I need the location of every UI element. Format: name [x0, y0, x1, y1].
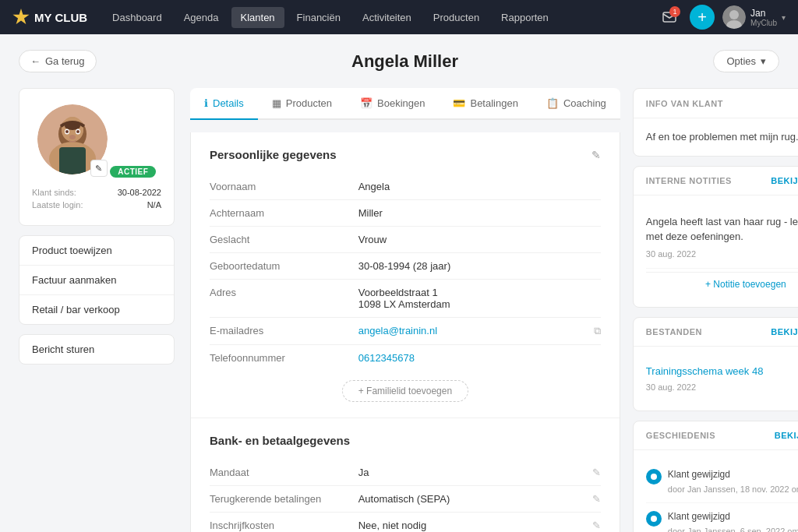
email-label: E-mailadres: [210, 318, 358, 345]
mail-button[interactable]: 1: [657, 5, 682, 30]
file-link[interactable]: Trainingsschema week 48: [646, 364, 764, 379]
edit-icon[interactable]: ✎: [592, 493, 601, 505]
add-family-button[interactable]: + Familielid toevoegen: [342, 380, 468, 402]
terugkerende-value: Automatisch (SEPA) ✎: [358, 486, 601, 513]
edit-icon[interactable]: ✎: [592, 520, 601, 531]
terugkerende-label: Terugkerende betalingen: [210, 486, 358, 513]
note-text: Angela heeft last van haar rug - let op …: [646, 214, 798, 245]
tab-details-label: Details: [213, 97, 244, 109]
history-dot: [646, 469, 662, 484]
page-title: Angela Miller: [351, 51, 458, 72]
main-content: ℹ Details ▦ Producten 📅 Boekingen 💳 Beta…: [190, 88, 620, 532]
user-info: Jan MyClub: [750, 8, 777, 27]
right-panel: INFO VAN KLANT ✎ Af en toe problemen met…: [633, 88, 798, 532]
mandaat-value: Ja ✎: [358, 460, 601, 486]
bekijk-alles-notities-button[interactable]: BEKIJK ALLES >: [771, 176, 798, 185]
tab-betalingen-label: Betalingen: [470, 97, 517, 109]
edit-icon[interactable]: ✎: [592, 467, 601, 478]
chevron-down-icon: ▾: [761, 55, 766, 67]
inschrijfkosten-label: Inschrijfkosten: [210, 513, 358, 533]
nav-agenda[interactable]: Agenda: [175, 7, 228, 28]
tab-details[interactable]: ℹ Details: [190, 88, 258, 120]
bank-table: Mandaat Ja ✎ Terugkerende betalingen Aut…: [210, 460, 601, 532]
copy-icon[interactable]: ⧉: [594, 325, 601, 337]
file-item: Trainingsschema week 48 30 aug. 2022 🗑 ✎: [646, 358, 798, 400]
nav-rapporten[interactable]: Rapporten: [492, 7, 558, 28]
table-row: Geboortedatum 30-08-1994 (28 jaar): [210, 253, 601, 280]
main-right-layout: ℹ Details ▦ Producten 📅 Boekingen 💳 Beta…: [190, 88, 798, 532]
bekijk-alles-bestanden-button[interactable]: BEKIJK ALLES >: [771, 327, 798, 336]
card-icon: 💳: [453, 97, 465, 109]
table-row: E-mailadres angela@trainin.nl ⧉: [210, 318, 601, 345]
sidebar-actions: Product toewijzen Factuur aanmaken Retai…: [19, 235, 175, 325]
back-label: Ga terug: [45, 55, 85, 67]
interne-notities-card: INTERNE NOTITIES BEKIJK ALLES > 🗑 ✎ Ange…: [633, 166, 798, 308]
nav-activiteiten[interactable]: Activiteiten: [353, 7, 421, 28]
logo: MY CLUB: [12, 9, 87, 26]
klant-sinds-label: Klant sinds:: [32, 188, 76, 197]
main-layout: ✎ ACTIEF Klant sinds: 30-08-2022 Laatste…: [19, 88, 779, 532]
add-notitie-button[interactable]: + Notitie toevoegen: [646, 272, 798, 296]
user-menu[interactable]: Jan MyClub ▾: [722, 5, 786, 29]
sidebar-item-factuur-aanmaken[interactable]: Factuur aanmaken: [19, 266, 174, 295]
svg-rect-6: [59, 147, 86, 174]
email-link[interactable]: angela@trainin.nl: [358, 325, 437, 336]
history-detail: door Jan Janssen, 18 nov. 2022 om 11:30: [668, 483, 798, 496]
page-header: ← Ga terug Angela Miller Opties ▾: [19, 50, 779, 72]
mandaat-label: Mandaat: [210, 460, 358, 486]
bestanden-body: Trainingsschema week 48 30 aug. 2022 🗑 ✎: [634, 347, 798, 410]
main-nav: Dashboard Agenda Klanten Financiën Activ…: [103, 7, 651, 28]
profile-card: ✎ ACTIEF Klant sinds: 30-08-2022 Laatste…: [19, 88, 175, 226]
sidebar-item-product-toewijzen[interactable]: Product toewijzen: [19, 236, 174, 266]
back-button[interactable]: ← Ga terug: [19, 50, 97, 72]
table-row: Geslacht Vrouw: [210, 227, 601, 253]
clipboard-icon: 📋: [546, 97, 559, 109]
personal-edit-button[interactable]: ✎: [591, 149, 601, 161]
history-item: Klant gewijzigd door Jan Janssen, 6 sep.…: [646, 503, 798, 533]
tab-betalingen[interactable]: 💳 Betalingen: [439, 88, 531, 120]
tab-boekingen[interactable]: 📅 Boekingen: [346, 88, 439, 120]
add-button[interactable]: +: [690, 5, 715, 30]
options-button[interactable]: Opties ▾: [713, 50, 779, 72]
achternaam-label: Achternaam: [210, 200, 358, 227]
adres-value: Voorbeeldstraat 11098 LX Amsterdam: [358, 280, 601, 318]
history-event: Klant gewijzigd: [668, 509, 798, 523]
bank-header: Bank- en betaalgegevens: [210, 434, 601, 447]
adres-label: Adres: [210, 280, 358, 318]
tab-producten-label: Producten: [286, 97, 332, 109]
geschiedenis-card: GESCHIEDENIS BEKIJK MEER > Klant gewijzi…: [633, 421, 798, 532]
personal-title: Persoonlijke gegevens: [210, 148, 337, 161]
sidebar-message: Bericht sturen: [19, 334, 175, 365]
tab-coaching[interactable]: 📋 Coaching: [532, 88, 620, 120]
geboortedatum-label: Geboortedatum: [210, 253, 358, 280]
nav-dashboard[interactable]: Dashboard: [103, 7, 171, 28]
telefoon-link[interactable]: 0612345678: [358, 352, 415, 364]
sidebar-item-bericht-sturen[interactable]: Bericht sturen: [19, 335, 174, 364]
tab-producten[interactable]: ▦ Producten: [258, 88, 346, 120]
history-dot: [646, 511, 662, 527]
file-info: Trainingsschema week 48 30 aug. 2022: [646, 364, 764, 393]
table-row: Terugkerende betalingen Automatisch (SEP…: [210, 486, 601, 513]
bekijk-meer-button[interactable]: BEKIJK MEER >: [775, 431, 798, 440]
avatar-edit-button[interactable]: ✎: [90, 160, 108, 177]
nav-financien[interactable]: Financiën: [288, 7, 350, 28]
svg-point-12: [76, 130, 79, 133]
nav-klanten[interactable]: Klanten: [231, 7, 284, 28]
personal-section: Persoonlijke gegevens ✎ Voornaam Angela …: [191, 132, 620, 417]
nav-producten[interactable]: Producten: [424, 7, 489, 28]
grid-icon: ▦: [272, 97, 281, 109]
table-row: Telefoonnummer 0612345678: [210, 345, 601, 372]
klant-sinds-row: Klant sinds: 30-08-2022: [32, 188, 161, 197]
table-row: Adres Voorbeeldstraat 11098 LX Amsterdam: [210, 280, 601, 318]
file-date: 30 aug. 2022: [646, 381, 764, 394]
arrow-left-icon: ←: [30, 55, 41, 67]
sidebar-item-retail-bar[interactable]: Retail / bar verkoop: [19, 295, 174, 324]
history-content: Klant gewijzigd door Jan Janssen, 6 sep.…: [668, 509, 798, 533]
laatste-login-row: Laatste login: N/A: [32, 200, 161, 210]
tab-coaching-label: Coaching: [563, 97, 606, 109]
bank-section: Bank- en betaalgegevens Mandaat Ja ✎: [191, 418, 620, 532]
history-event: Klant gewijzigd: [668, 467, 798, 481]
sidebar: ✎ ACTIEF Klant sinds: 30-08-2022 Laatste…: [19, 88, 175, 532]
interne-notities-header: INTERNE NOTITIES BEKIJK ALLES >: [634, 167, 798, 196]
info-van-klant-text: Af en toe problemen met mijn rug.: [646, 131, 798, 143]
